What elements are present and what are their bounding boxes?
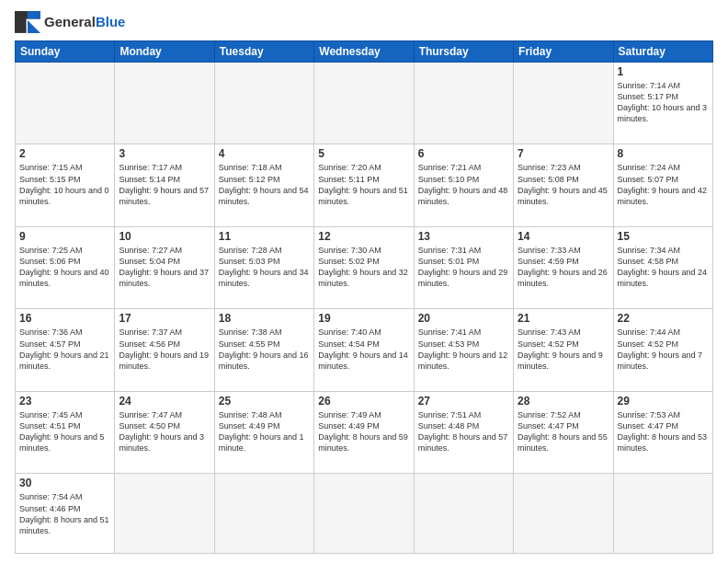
day-number: 18 (219, 312, 310, 325)
day-number: 29 (618, 395, 709, 408)
day-info: Sunrise: 7:47 AM Sunset: 4:50 PM Dayligh… (119, 409, 210, 454)
day-cell (314, 474, 414, 554)
day-info: Sunrise: 7:53 AM Sunset: 4:47 PM Dayligh… (618, 409, 709, 454)
svg-marker-3 (28, 20, 40, 33)
day-cell: 10Sunrise: 7:27 AM Sunset: 5:04 PM Dayli… (115, 226, 214, 308)
day-info: Sunrise: 7:36 AM Sunset: 4:57 PM Dayligh… (19, 327, 110, 372)
day-info: Sunrise: 7:44 AM Sunset: 4:52 PM Dayligh… (618, 327, 709, 372)
week-row-6: 30Sunrise: 7:54 AM Sunset: 4:46 PM Dayli… (16, 474, 713, 554)
day-cell: 11Sunrise: 7:28 AM Sunset: 5:03 PM Dayli… (214, 226, 313, 308)
day-cell: 20Sunrise: 7:41 AM Sunset: 4:53 PM Dayli… (414, 309, 513, 391)
week-row-4: 16Sunrise: 7:36 AM Sunset: 4:57 PM Dayli… (16, 309, 713, 391)
day-cell: 16Sunrise: 7:36 AM Sunset: 4:57 PM Dayli… (16, 309, 115, 391)
day-cell: 29Sunrise: 7:53 AM Sunset: 4:47 PM Dayli… (613, 391, 712, 473)
day-info: Sunrise: 7:28 AM Sunset: 5:03 PM Dayligh… (219, 245, 310, 290)
day-number: 23 (19, 395, 110, 408)
day-info: Sunrise: 7:18 AM Sunset: 5:12 PM Dayligh… (219, 162, 310, 207)
weekday-header-friday: Friday (514, 41, 613, 63)
day-number: 22 (618, 312, 709, 325)
day-cell: 5Sunrise: 7:20 AM Sunset: 5:11 PM Daylig… (314, 144, 414, 226)
day-info: Sunrise: 7:49 AM Sunset: 4:49 PM Dayligh… (318, 409, 409, 454)
day-number: 6 (418, 147, 509, 160)
weekday-header-saturday: Saturday (613, 41, 712, 63)
day-number: 30 (19, 477, 110, 489)
day-info: Sunrise: 7:40 AM Sunset: 4:54 PM Dayligh… (318, 327, 409, 372)
day-cell: 18Sunrise: 7:38 AM Sunset: 4:55 PM Dayli… (214, 309, 313, 391)
day-cell (414, 474, 513, 554)
day-cell: 3Sunrise: 7:17 AM Sunset: 5:14 PM Daylig… (115, 144, 214, 226)
day-cell: 24Sunrise: 7:47 AM Sunset: 4:50 PM Dayli… (115, 391, 214, 473)
day-number: 14 (518, 230, 609, 243)
day-cell (314, 63, 414, 144)
day-number: 3 (119, 147, 210, 160)
weekday-header-row: SundayMondayTuesdayWednesdayThursdayFrid… (16, 41, 713, 63)
day-cell: 22Sunrise: 7:44 AM Sunset: 4:52 PM Dayli… (613, 309, 712, 391)
day-number: 16 (19, 312, 110, 325)
week-row-1: 1Sunrise: 7:14 AM Sunset: 5:17 PM Daylig… (16, 63, 713, 144)
day-cell (115, 474, 214, 554)
header: GeneralBlue (15, 11, 713, 33)
day-number: 15 (618, 230, 709, 243)
day-info: Sunrise: 7:25 AM Sunset: 5:06 PM Dayligh… (19, 245, 110, 290)
day-cell: 28Sunrise: 7:52 AM Sunset: 4:47 PM Dayli… (514, 391, 613, 473)
day-cell (214, 474, 313, 554)
day-info: Sunrise: 7:45 AM Sunset: 4:51 PM Dayligh… (19, 409, 110, 454)
day-number: 11 (219, 230, 310, 243)
day-info: Sunrise: 7:43 AM Sunset: 4:52 PM Dayligh… (518, 327, 609, 372)
day-cell: 2Sunrise: 7:15 AM Sunset: 5:15 PM Daylig… (16, 144, 115, 226)
day-info: Sunrise: 7:30 AM Sunset: 5:02 PM Dayligh… (318, 245, 409, 290)
weekday-header-thursday: Thursday (414, 41, 513, 63)
day-number: 12 (318, 230, 409, 243)
day-cell: 23Sunrise: 7:45 AM Sunset: 4:51 PM Dayli… (16, 391, 115, 473)
day-info: Sunrise: 7:54 AM Sunset: 4:46 PM Dayligh… (19, 491, 110, 536)
day-number: 7 (518, 147, 609, 160)
weekday-header-tuesday: Tuesday (214, 41, 313, 63)
day-info: Sunrise: 7:14 AM Sunset: 5:17 PM Dayligh… (618, 80, 709, 125)
day-cell: 7Sunrise: 7:23 AM Sunset: 5:08 PM Daylig… (514, 144, 613, 226)
day-info: Sunrise: 7:23 AM Sunset: 5:08 PM Dayligh… (518, 162, 609, 207)
day-info: Sunrise: 7:37 AM Sunset: 4:56 PM Dayligh… (119, 327, 210, 372)
day-cell: 1Sunrise: 7:14 AM Sunset: 5:17 PM Daylig… (613, 63, 712, 144)
day-cell: 30Sunrise: 7:54 AM Sunset: 4:46 PM Dayli… (16, 474, 115, 554)
day-info: Sunrise: 7:21 AM Sunset: 5:10 PM Dayligh… (418, 162, 509, 207)
day-info: Sunrise: 7:48 AM Sunset: 4:49 PM Dayligh… (219, 409, 310, 454)
day-cell: 4Sunrise: 7:18 AM Sunset: 5:12 PM Daylig… (214, 144, 313, 226)
day-cell (115, 63, 214, 144)
day-info: Sunrise: 7:20 AM Sunset: 5:11 PM Dayligh… (318, 162, 409, 207)
day-cell: 25Sunrise: 7:48 AM Sunset: 4:49 PM Dayli… (214, 391, 313, 473)
day-info: Sunrise: 7:41 AM Sunset: 4:53 PM Dayligh… (418, 327, 509, 372)
day-cell: 17Sunrise: 7:37 AM Sunset: 4:56 PM Dayli… (115, 309, 214, 391)
day-info: Sunrise: 7:34 AM Sunset: 4:58 PM Dayligh… (618, 245, 709, 290)
week-row-5: 23Sunrise: 7:45 AM Sunset: 4:51 PM Dayli… (16, 391, 713, 473)
day-cell: 21Sunrise: 7:43 AM Sunset: 4:52 PM Dayli… (514, 309, 613, 391)
day-number: 1 (618, 65, 709, 78)
week-row-3: 9Sunrise: 7:25 AM Sunset: 5:06 PM Daylig… (16, 226, 713, 308)
day-info: Sunrise: 7:15 AM Sunset: 5:15 PM Dayligh… (19, 162, 110, 207)
day-number: 20 (418, 312, 509, 325)
day-number: 27 (418, 395, 509, 408)
logo: GeneralBlue (15, 11, 125, 33)
day-info: Sunrise: 7:31 AM Sunset: 5:01 PM Dayligh… (418, 245, 509, 290)
day-cell: 19Sunrise: 7:40 AM Sunset: 4:54 PM Dayli… (314, 309, 414, 391)
day-number: 26 (318, 395, 409, 408)
week-row-2: 2Sunrise: 7:15 AM Sunset: 5:15 PM Daylig… (16, 144, 713, 226)
day-cell: 8Sunrise: 7:24 AM Sunset: 5:07 PM Daylig… (613, 144, 712, 226)
day-info: Sunrise: 7:17 AM Sunset: 5:14 PM Dayligh… (119, 162, 210, 207)
day-info: Sunrise: 7:52 AM Sunset: 4:47 PM Dayligh… (518, 409, 609, 454)
day-number: 5 (318, 147, 409, 160)
day-number: 17 (119, 312, 210, 325)
day-cell (514, 63, 613, 144)
day-cell (16, 63, 115, 144)
day-number: 2 (19, 147, 110, 160)
day-cell: 12Sunrise: 7:30 AM Sunset: 5:02 PM Dayli… (314, 226, 414, 308)
day-cell (414, 63, 513, 144)
logo-text: GeneralBlue (44, 15, 125, 30)
day-number: 24 (119, 395, 210, 408)
day-info: Sunrise: 7:33 AM Sunset: 4:59 PM Dayligh… (518, 245, 609, 290)
day-number: 19 (318, 312, 409, 325)
day-cell (214, 63, 313, 144)
weekday-header-monday: Monday (115, 41, 214, 63)
day-info: Sunrise: 7:51 AM Sunset: 4:48 PM Dayligh… (418, 409, 509, 454)
day-number: 21 (518, 312, 609, 325)
day-cell (514, 474, 613, 554)
